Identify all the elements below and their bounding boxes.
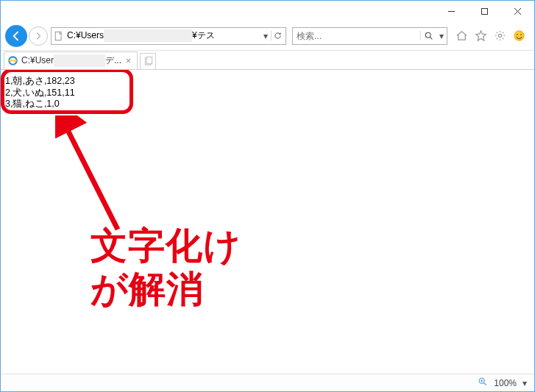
address-redacted: [104, 29, 192, 42]
favorites-icon[interactable]: [474, 29, 487, 43]
address-prefix: C:¥Users: [67, 30, 104, 40]
zoom-level[interactable]: 100%: [494, 378, 517, 388]
maximize-button[interactable]: [468, 1, 501, 21]
annotation-text: 文字化け が解消: [91, 224, 241, 311]
address-bar[interactable]: C:¥Users ¥テス ▾: [51, 27, 286, 45]
svg-line-16: [484, 382, 487, 385]
search-button[interactable]: [420, 31, 436, 40]
window-titlebar: [1, 1, 534, 21]
tab-redacted: [54, 54, 105, 67]
home-icon[interactable]: [455, 29, 468, 43]
tabs-row: C:¥User デ... ×: [1, 51, 534, 70]
minimize-button[interactable]: [435, 1, 468, 21]
ie-icon: [7, 55, 18, 66]
csv-line: 1,朝,あさ,182,23: [5, 76, 530, 88]
page-icon: [53, 30, 65, 42]
svg-rect-13: [146, 57, 152, 63]
svg-line-6: [430, 37, 432, 39]
svg-point-5: [425, 32, 431, 38]
tab-prefix: C:¥User: [21, 55, 54, 65]
new-tab-button[interactable]: [140, 53, 156, 69]
search-input[interactable]: [293, 31, 420, 41]
gear-icon[interactable]: [493, 29, 506, 43]
back-button[interactable]: [5, 25, 27, 47]
tab-suffix: デ...: [105, 55, 121, 65]
content-area: 1,朝,あさ,182,23 2,犬,いぬ,151,11 3,猫,ねこ,1,0 文…: [1, 70, 534, 374]
zoom-icon[interactable]: [478, 377, 488, 389]
address-suffix: ¥テス: [192, 30, 215, 40]
annotation-arrow: [55, 115, 136, 240]
search-box[interactable]: ▾: [292, 27, 447, 45]
nav-buttons: [5, 25, 48, 47]
status-bar: 100% ▾: [1, 374, 534, 391]
smiley-icon[interactable]: [512, 29, 525, 43]
svg-point-9: [517, 34, 518, 35]
csv-text: 1,朝,あさ,182,23 2,犬,いぬ,151,11 3,猫,ねこ,1,0: [5, 76, 530, 110]
tab-label: C:¥User デ...: [21, 54, 121, 67]
csv-line: 2,犬,いぬ,151,11: [5, 88, 530, 99]
refresh-button[interactable]: [271, 31, 284, 40]
svg-point-10: [520, 34, 522, 35]
svg-line-14: [64, 123, 118, 229]
annotation-line1: 文字化け: [91, 224, 241, 268]
csv-line: 3,猫,ねこ,1,0: [5, 99, 530, 110]
zoom-dropdown-icon[interactable]: ▾: [522, 378, 527, 388]
tab-active[interactable]: C:¥User デ... ×: [4, 51, 138, 69]
close-button[interactable]: [501, 1, 534, 21]
address-text: C:¥Users ¥テス: [67, 29, 261, 42]
search-dropdown-icon[interactable]: ▾: [436, 31, 447, 41]
toolbar-icons: [450, 29, 530, 43]
svg-rect-1: [482, 8, 488, 14]
svg-rect-4: [55, 32, 61, 40]
toolbar: C:¥Users ¥テス ▾ ▾: [1, 21, 534, 51]
address-dropdown-icon[interactable]: ▾: [261, 31, 271, 41]
svg-point-7: [498, 34, 501, 37]
ie-window: C:¥Users ¥テス ▾ ▾: [0, 0, 535, 392]
tab-close-icon[interactable]: ×: [124, 56, 132, 66]
forward-button[interactable]: [29, 26, 48, 46]
annotation-line2: が解消: [91, 268, 241, 311]
